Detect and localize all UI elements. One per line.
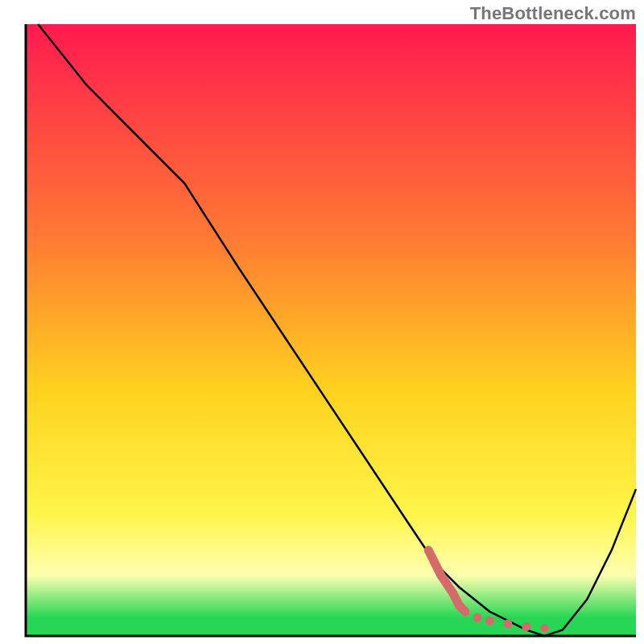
bottleneck-chart — [0, 0, 644, 644]
highlight-dot — [473, 613, 481, 622]
highlight-dot — [485, 617, 494, 625]
highlight-dot — [540, 624, 548, 632]
highlight-dot — [522, 622, 530, 631]
highlight-dot — [503, 619, 512, 628]
